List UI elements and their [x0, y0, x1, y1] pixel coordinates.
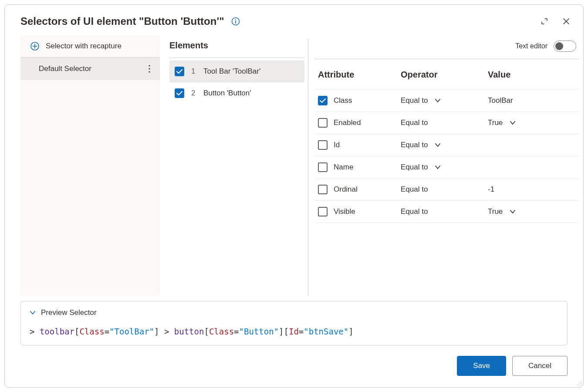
preview-heading: Preview Selector	[41, 308, 97, 317]
selector-item-label: Default Selector	[39, 64, 91, 73]
header-value: Value	[488, 70, 574, 80]
preview-token: ]	[348, 327, 353, 336]
attribute-name: Ordinal	[334, 185, 358, 194]
value-cell[interactable]: ToolBar	[488, 96, 574, 105]
selector-with-recapture-button[interactable]: Selector with recapture	[20, 35, 160, 57]
svg-point-9	[579, 383, 580, 384]
titlebar: Selectors of UI element "Button 'Button'…	[5, 5, 583, 35]
preview-token: "btnSave"	[304, 327, 348, 336]
preview-token: =	[299, 327, 304, 336]
chevron-down-icon	[30, 310, 36, 316]
save-button[interactable]: Save	[457, 356, 506, 376]
toggle-knob	[555, 42, 563, 50]
operator-dropdown[interactable]: Equal to	[401, 207, 488, 216]
operator-value: Equal to	[401, 163, 428, 172]
expand-icon[interactable]	[540, 17, 549, 26]
svg-point-7	[581, 381, 581, 382]
cancel-button[interactable]: Cancel	[512, 356, 568, 376]
vertical-dots-icon	[149, 64, 150, 73]
operator-dropdown[interactable]: Equal to	[401, 185, 488, 194]
attribute-value: -1	[488, 185, 494, 194]
attribute-name: Name	[334, 163, 353, 172]
preview-token: [	[204, 327, 209, 336]
preview-token: toolbar	[40, 327, 74, 336]
attribute-name: Enabled	[334, 118, 361, 127]
checkbox-unchecked[interactable]	[318, 207, 328, 216]
elements-heading: Elements	[169, 35, 304, 56]
attribute-value: True	[488, 207, 503, 216]
selector-builder-dialog: Selectors of UI element "Button 'Button'…	[4, 4, 584, 388]
recapture-label: Selector with recapture	[46, 42, 122, 51]
operator-value: Equal to	[401, 118, 428, 127]
operator-value: Equal to	[401, 185, 428, 194]
attribute-row: VisibleEqual toTrue	[314, 201, 579, 223]
attribute-name: Id	[334, 141, 340, 149]
header-operator: Operator	[401, 70, 488, 80]
chevron-down-icon	[435, 98, 441, 104]
chevron-down-icon	[435, 142, 441, 148]
checkbox-unchecked[interactable]	[318, 185, 328, 194]
close-icon[interactable]	[561, 17, 571, 26]
attribute-row: IdEqual to	[314, 134, 579, 156]
value-cell[interactable]: -1	[488, 185, 574, 194]
preview-token: ][	[279, 327, 289, 336]
preview-token: button	[174, 327, 204, 336]
attribute-row: OrdinalEqual to-1	[314, 179, 579, 201]
preview-selector-toggle[interactable]: Preview Selector	[30, 308, 558, 317]
attribute-row: ClassEqual toToolBar	[314, 90, 579, 112]
element-row[interactable]: 1Tool Bar 'ToolBar'	[169, 61, 304, 82]
attribute-value: True	[488, 118, 503, 127]
svg-point-5	[149, 68, 150, 69]
value-cell[interactable]: True	[488, 207, 574, 216]
info-icon[interactable]	[231, 17, 240, 26]
value-cell[interactable]: True	[488, 118, 574, 127]
preview-token: Class	[209, 327, 234, 336]
header-attribute: Attribute	[318, 70, 401, 80]
plus-circle-icon	[30, 41, 40, 51]
checkbox-unchecked[interactable]	[318, 162, 328, 172]
element-index: 1	[191, 67, 196, 76]
checkbox-checked[interactable]	[175, 88, 184, 98]
preview-token: =	[105, 327, 109, 336]
operator-value: Equal to	[401, 96, 428, 105]
checkbox-checked[interactable]	[318, 96, 328, 105]
element-label: Tool Bar 'ToolBar'	[203, 67, 260, 76]
svg-point-2	[235, 19, 236, 20]
attribute-name: Visible	[334, 207, 355, 216]
chevron-down-icon	[510, 120, 516, 126]
svg-point-11	[579, 385, 580, 385]
attributes-column: Text editor Attribute Operator Value Cla…	[310, 35, 581, 296]
element-label: Button 'Button'	[203, 89, 251, 98]
dialog-title: Selectors of UI element "Button 'Button'…	[20, 15, 224, 27]
operator-dropdown[interactable]: Equal to	[401, 96, 488, 105]
svg-point-12	[577, 385, 578, 385]
element-row[interactable]: 2Button 'Button'	[169, 82, 304, 104]
selectors-sidebar: Selector with recapture Default Selector	[20, 35, 160, 296]
resize-grip-icon[interactable]	[577, 381, 582, 386]
preview-token: Id	[289, 327, 299, 336]
selector-item-more-button[interactable]	[145, 63, 154, 75]
column-divider	[308, 39, 308, 296]
operator-dropdown[interactable]: Equal to	[401, 141, 488, 149]
operator-dropdown[interactable]: Equal to	[401, 118, 488, 127]
chevron-down-icon	[435, 164, 441, 170]
text-editor-label: Text editor	[515, 42, 547, 50]
checkbox-unchecked[interactable]	[318, 140, 328, 150]
operator-dropdown[interactable]: Equal to	[401, 163, 488, 172]
preview-selector-box: Preview Selector > toolbar[Class="ToolBa…	[20, 301, 568, 345]
preview-token: ] >	[154, 327, 174, 336]
preview-token: Class	[79, 327, 104, 336]
elements-column: Elements 1Tool Bar 'ToolBar'2Button 'But…	[160, 35, 308, 296]
preview-token: "Button"	[239, 327, 279, 336]
preview-selector-text: > toolbar[Class="ToolBar"] > button[Clas…	[30, 327, 558, 336]
preview-token: "ToolBar"	[109, 327, 154, 336]
selector-item-default[interactable]: Default Selector	[20, 57, 160, 80]
attribute-row: NameEqual to	[314, 156, 579, 179]
attribute-row: EnabledEqual toTrue	[314, 112, 579, 134]
chevron-down-icon	[510, 209, 516, 215]
checkbox-unchecked[interactable]	[318, 118, 328, 128]
svg-point-8	[581, 383, 581, 384]
text-editor-toggle[interactable]	[554, 41, 576, 52]
attribute-name: Class	[334, 96, 352, 105]
checkbox-checked[interactable]	[175, 67, 184, 76]
